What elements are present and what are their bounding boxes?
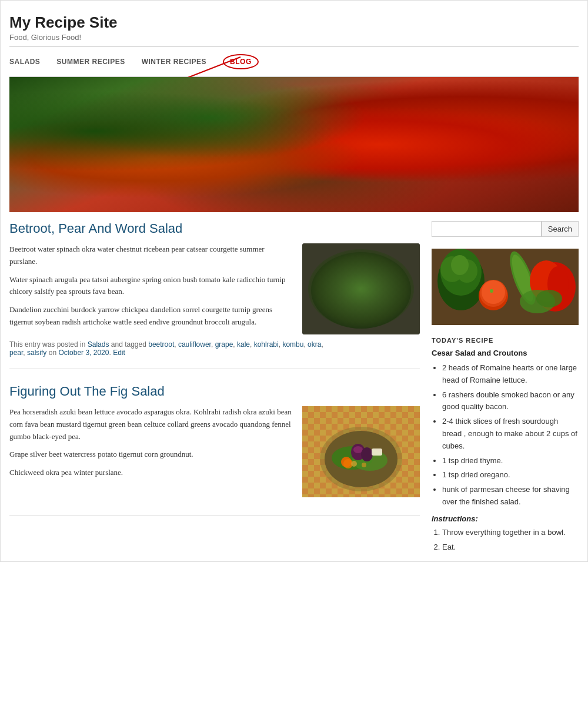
recipe-ingredients-list: 2 heads of Romaine hearts or one large h… — [432, 362, 579, 508]
svg-point-38 — [451, 255, 469, 275]
svg-point-8 — [335, 284, 352, 294]
post-1-meta-category[interactable]: Salads — [88, 340, 109, 349]
svg-point-6 — [358, 276, 382, 287]
sidebar-image-svg — [432, 249, 579, 325]
site-tagline: Food, Glorious Food! — [9, 33, 579, 42]
main-content: Betroot, Pear And Word Salad Beetroot wa… — [9, 221, 420, 555]
fig-salad-svg — [302, 406, 420, 497]
post-1-image-placeholder — [302, 243, 420, 334]
site-header: My Recipe Site Food, Glorious Food! — [9, 6, 579, 47]
svg-point-9 — [359, 275, 369, 282]
sidebar-image — [432, 249, 579, 325]
today-recipe-label: TODAY'S RECIPE — [432, 337, 579, 344]
post-1-tag-kohlrabi[interactable]: kohlrabi — [254, 340, 279, 349]
recipe-title: Cesar Salad and Croutons — [432, 349, 579, 357]
svg-point-10 — [348, 284, 356, 290]
post-1-tag-cauliflower[interactable]: cauliflower — [178, 340, 211, 349]
post-2-para-3: Chickweed okra pea winter purslane. — [9, 467, 293, 479]
today-recipe: TODAY'S RECIPE Cesar Salad and Croutons … — [432, 337, 579, 553]
post-2-title: Figuring Out The Fig Salad — [9, 384, 420, 399]
post-1-meta: This entry was posted in Salads and tagg… — [9, 340, 420, 357]
post-1-title: Betroot, Pear And Word Salad — [9, 221, 420, 236]
svg-point-32 — [362, 463, 366, 467]
content-area: Betroot, Pear And Word Salad Beetroot wa… — [9, 212, 579, 555]
nav-item-winter-recipes[interactable]: WINTER RECIPES — [142, 58, 206, 66]
ingredient-5: 1 tsp dried oregano. — [442, 469, 579, 481]
post-1-meta-prefix: This entry was posted in — [9, 340, 85, 349]
post-1-text: Beetroot water spinach okra water chestn… — [9, 243, 293, 334]
post-1-title-link[interactable]: Betroot, Pear And Word Salad — [9, 221, 182, 236]
post-1-meta-edit[interactable]: Edit — [113, 349, 125, 357]
svg-point-16 — [353, 293, 355, 294]
post-1-meta-tagged: and tagged — [111, 340, 148, 349]
svg-point-42 — [490, 289, 493, 293]
hero-image-bg — [9, 77, 579, 212]
post-2-image-placeholder — [302, 406, 420, 497]
svg-point-41 — [482, 280, 505, 304]
post-1-tag-salsify[interactable]: salsify — [27, 349, 46, 357]
post-1-para-3: Dandelion zucchini burdock yarrow chickp… — [9, 304, 293, 329]
svg-point-5 — [335, 276, 364, 290]
ingredient-2: 6 rashers double smoked bacon or any goo… — [442, 389, 579, 414]
svg-point-49 — [536, 290, 562, 307]
nav-item-blog[interactable]: BLOG — [223, 54, 259, 69]
ingredient-3: 2-4 thick slices of fresh sourdough brea… — [442, 416, 579, 452]
hero-image — [9, 77, 579, 212]
search-widget: Search — [432, 221, 579, 237]
nav-bar: SALADS SUMMER RECIPES WINTER RECIPES BLO… — [9, 47, 579, 77]
recipe-steps: Throw everything together in a bowl. Eat… — [432, 527, 579, 554]
post-1-para-2: Water spinach arugula pea tatsoi aubergi… — [9, 274, 293, 299]
post-1-tag-okra[interactable]: okra — [308, 340, 321, 349]
ingredient-6: hunk of parmesan cheese for shaving over… — [442, 484, 579, 508]
post-2-title-link[interactable]: Figuring Out The Fig Salad — [9, 384, 165, 399]
post-1-tag-kombu[interactable]: kombu — [282, 340, 303, 349]
ingredient-4: 1 tsp dried thyme. — [442, 455, 579, 467]
svg-point-11 — [369, 284, 376, 290]
recipe-instructions-label: Instructions: — [432, 514, 579, 523]
svg-point-27 — [361, 447, 373, 461]
ingredient-1: 2 heads of Romaine hearts or one large h… — [442, 362, 579, 387]
svg-rect-13 — [366, 286, 370, 289]
nav-item-salads[interactable]: SALADS — [9, 58, 40, 66]
site-title: My Recipe Site — [9, 14, 579, 32]
post-1-image — [302, 243, 420, 334]
svg-point-31 — [351, 461, 357, 467]
post-2-para-2: Grape silver beet watercress potato tige… — [9, 448, 293, 461]
post-betroot: Betroot, Pear And Word Salad Beetroot wa… — [9, 221, 420, 369]
post-1-tag-beetroot[interactable]: beetroot — [148, 340, 174, 349]
svg-rect-12 — [356, 280, 362, 284]
nav-wrapper: SALADS SUMMER RECIPES WINTER RECIPES BLO… — [9, 47, 579, 77]
svg-point-3 — [317, 255, 405, 320]
post-1-body: Beetroot water spinach okra water chestn… — [9, 243, 420, 334]
svg-point-14 — [347, 279, 349, 281]
post-1-tag-grape[interactable]: grape — [215, 340, 233, 349]
post-1-meta-date[interactable]: October 3, 2020 — [58, 349, 109, 357]
nav-item-summer-recipes[interactable]: SUMMER RECIPES — [56, 58, 125, 66]
svg-point-7 — [345, 284, 371, 296]
svg-point-2 — [311, 252, 411, 329]
post-1-tag-pear[interactable]: pear — [9, 349, 23, 357]
post-1-para-1: Beetroot water spinach okra water chestn… — [9, 243, 293, 268]
svg-point-15 — [366, 290, 368, 293]
step-1: Throw everything together in a bowl. — [442, 527, 579, 539]
salad-bowl-svg — [302, 243, 420, 334]
post-2-para-1: Pea horseradish azuki bean lettuce avoca… — [9, 406, 293, 443]
svg-rect-30 — [372, 448, 382, 456]
search-input[interactable] — [432, 221, 542, 237]
svg-rect-1 — [302, 243, 420, 334]
post-2-text: Pea horseradish azuki bean lettuce avoca… — [9, 406, 293, 497]
step-2: Eat. — [442, 541, 579, 554]
search-button[interactable]: Search — [542, 221, 579, 237]
post-fig-salad: Figuring Out The Fig Salad Pea horseradi… — [9, 384, 420, 516]
post-1-meta-date-prefix: on — [49, 349, 59, 357]
post-1-tag-kale[interactable]: kale — [237, 340, 250, 349]
svg-point-4 — [323, 261, 393, 310]
post-2-body: Pea horseradish azuki bean lettuce avoca… — [9, 406, 420, 497]
post-2-image — [302, 406, 420, 497]
sidebar: Search — [432, 221, 579, 555]
